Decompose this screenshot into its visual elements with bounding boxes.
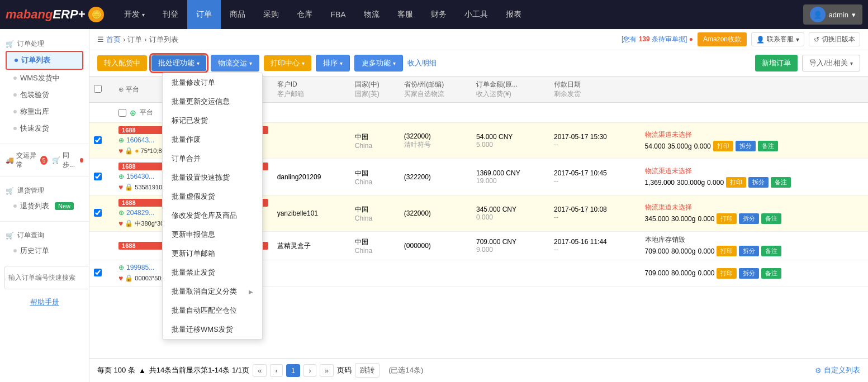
select-all-checkbox[interactable] xyxy=(94,85,102,93)
logistics-unset-3[interactable]: 物流渠道未选择 xyxy=(645,203,692,211)
page-first[interactable]: « xyxy=(253,364,267,377)
custom-list-btn[interactable]: ⚙ 自定义列表 xyxy=(815,365,860,375)
sidebar-item-weighing[interactable]: 称重出库 xyxy=(6,103,83,120)
heart-icon-2: ♥ xyxy=(118,183,123,192)
total-text: 共14条当前显示第1-14条 1/1页 xyxy=(149,365,249,375)
jump-btn[interactable]: 跳转 xyxy=(355,363,380,378)
dropdown-item-update-declaration[interactable]: 更新申报信息 xyxy=(163,225,262,244)
toolbar-right: 新增订单 导入/出相关 ▾ xyxy=(755,55,860,71)
btn-note-1[interactable]: 备注 xyxy=(758,141,778,151)
row-checkbox-header[interactable] xyxy=(118,109,126,117)
th-date: 付款日期剩余发货 xyxy=(549,77,641,103)
btn-sort[interactable]: 排序 ▾ xyxy=(316,55,350,71)
nav-item-fba[interactable]: FBA xyxy=(321,0,354,29)
sidebar-item-wms[interactable]: WMS发货中 xyxy=(6,70,83,87)
order-link-5[interactable]: 199985... xyxy=(126,264,154,271)
nav-item-develop[interactable]: 开发 ▾ xyxy=(115,0,154,29)
dropdown-item-modify-warehouse[interactable]: 修改发货仓库及商品 xyxy=(163,206,262,225)
dropdown-item-batch-cancel[interactable]: 批量作废 xyxy=(163,130,262,149)
nav-item-reports[interactable]: 报表 xyxy=(497,0,530,29)
plus-circle-2[interactable]: ⊕ xyxy=(118,173,124,180)
dropdown-item-merge-order[interactable]: 订单合并 xyxy=(163,149,262,168)
nav-item-order[interactable]: 订单 xyxy=(187,0,221,29)
amazon-btn[interactable]: Amazon收款 xyxy=(698,32,747,46)
plus-circle-5[interactable]: ⊕ xyxy=(118,264,124,271)
btn-split-2[interactable]: 拆分 xyxy=(748,177,769,188)
btn-more[interactable]: 更多功能 ▾ xyxy=(354,55,403,71)
sidebar-item-return-list[interactable]: 退货列表 New xyxy=(6,198,83,214)
service-btn[interactable]: 👤 联系客服 ▾ xyxy=(751,32,804,46)
row-1-checkbox[interactable] xyxy=(94,136,102,144)
page-next[interactable]: › xyxy=(303,364,316,377)
order-link-2[interactable]: 156430... xyxy=(126,173,154,180)
td-customer-1 xyxy=(273,123,350,159)
td-province-1: (322000) 清叶符号 xyxy=(400,123,472,159)
page-1[interactable]: 1 xyxy=(286,364,300,377)
btn-new-order[interactable]: 新增订单 xyxy=(755,55,798,71)
search-input[interactable] xyxy=(4,266,89,289)
btn-batch[interactable]: 批处理功能 ▾ xyxy=(151,55,206,71)
plus-circle-1[interactable]: ⊕ xyxy=(118,136,124,144)
dropdown-item-batch-pick[interactable]: 批量设置快速拣货 xyxy=(163,168,262,187)
logistics-unset-1[interactable]: 物流渠道未选择 xyxy=(645,131,692,139)
btn-split-5[interactable]: 拆分 xyxy=(739,268,759,279)
th-customer: 客户ID客户邮箱 xyxy=(273,77,350,103)
btn-import[interactable]: 导入/出相关 ▾ xyxy=(802,55,860,71)
dropdown-item-ban-ship[interactable]: 批量禁止发货 xyxy=(163,263,262,282)
breadcrumb-home[interactable]: 首页 xyxy=(106,35,121,45)
order-link-3[interactable]: 204829... xyxy=(126,209,154,217)
row-5-checkbox[interactable] xyxy=(94,269,102,276)
revenue-link[interactable]: 收入明细 xyxy=(407,55,437,71)
sidebar-item-packing[interactable]: 包装验货 xyxy=(6,87,83,103)
nav-item-product[interactable]: 商品 xyxy=(221,0,254,29)
row-2-checkbox[interactable] xyxy=(94,173,102,180)
volume-2: 0.000 xyxy=(707,179,724,187)
dropdown-item-fake-ship[interactable]: 批量虚假发货 xyxy=(163,187,262,206)
pending-link[interactable]: [您有 139 条待审单据] ● xyxy=(622,35,693,44)
plus-circle-3[interactable]: ⊕ xyxy=(118,209,124,217)
btn-print-1[interactable]: 打印 xyxy=(713,141,733,151)
btn-split-1[interactable]: 拆分 xyxy=(736,141,756,151)
nav-item-service[interactable]: 客服 xyxy=(388,0,422,29)
order-link-1[interactable]: 160643... xyxy=(126,136,154,144)
help-link[interactable]: 帮助手册 xyxy=(0,293,89,312)
dropdown-item-batch-modify[interactable]: 批量修改订单 xyxy=(163,73,262,92)
dropdown-item-update-email[interactable]: 更新订单邮箱 xyxy=(163,244,262,263)
nav-item-listing[interactable]: 刊登 xyxy=(154,0,187,29)
nav-item-logistics[interactable]: 物流 xyxy=(355,0,388,29)
btn-print-5[interactable]: 打印 xyxy=(717,268,737,279)
btn-logistics[interactable]: 物流交运 ▾ xyxy=(211,55,259,71)
dropdown-item-auto-match[interactable]: 批量自动匹配空仓位 xyxy=(163,301,262,320)
nav-item-finance[interactable]: 财务 xyxy=(422,0,456,29)
dropdown-item-wms-ship[interactable]: 批量迁移WMS发货 xyxy=(163,320,262,339)
transport-anomaly[interactable]: 🚚 交运异常 5 xyxy=(6,151,48,170)
dropdown-item-update-logistics[interactable]: 批量更新交运信息 xyxy=(163,92,262,111)
btn-note-3[interactable]: 备注 xyxy=(761,213,781,224)
btn-print-4[interactable]: 打印 xyxy=(717,246,737,256)
btn-print[interactable]: 打印中心 ▾ xyxy=(264,55,311,71)
btn-split-3[interactable]: 拆分 xyxy=(739,213,759,224)
row-3-checkbox[interactable] xyxy=(94,209,102,217)
btn-note-4[interactable]: 备注 xyxy=(761,246,781,256)
btn-note-5[interactable]: 备注 xyxy=(761,268,781,279)
nav-item-tools[interactable]: 小工具 xyxy=(456,0,497,29)
btn-split-4[interactable]: 拆分 xyxy=(739,246,759,256)
dropdown-item-cancel-category[interactable]: 批量取消自定义分类 ▶ xyxy=(163,282,262,301)
page-last[interactable]: » xyxy=(320,364,334,377)
sidebar-item-history[interactable]: 历史订单 xyxy=(6,242,83,259)
btn-print-2[interactable]: 打印 xyxy=(726,177,746,188)
page-prev[interactable]: ‹ xyxy=(270,364,282,377)
nav-item-purchase[interactable]: 采购 xyxy=(254,0,288,29)
switch-btn[interactable]: ↺ 切换旧版本 xyxy=(809,32,860,46)
sidebar-item-order-list[interactable]: 订单列表 xyxy=(6,51,83,70)
nav-item-warehouse[interactable]: 仓库 xyxy=(288,0,321,29)
top-navigation: mabang ERP + 🪙 开发 ▾ 刊登 订单 商品 采购 仓库 FBA 物… xyxy=(0,0,868,29)
logistics-unset-2[interactable]: 物流渠道未选择 xyxy=(645,167,692,175)
admin-button[interactable]: 👤 admin ▾ xyxy=(803,4,862,25)
btn-convert[interactable]: 转入配货中 xyxy=(97,55,147,71)
btn-print-3[interactable]: 打印 xyxy=(717,213,737,224)
sync-item[interactable]: 🛒 同步... xyxy=(52,151,83,170)
sidebar-item-quick-ship[interactable]: 快速发货 xyxy=(6,120,83,137)
btn-note-2[interactable]: 备注 xyxy=(771,177,791,188)
dropdown-item-mark-shipped[interactable]: 标记已发货 xyxy=(163,111,262,130)
